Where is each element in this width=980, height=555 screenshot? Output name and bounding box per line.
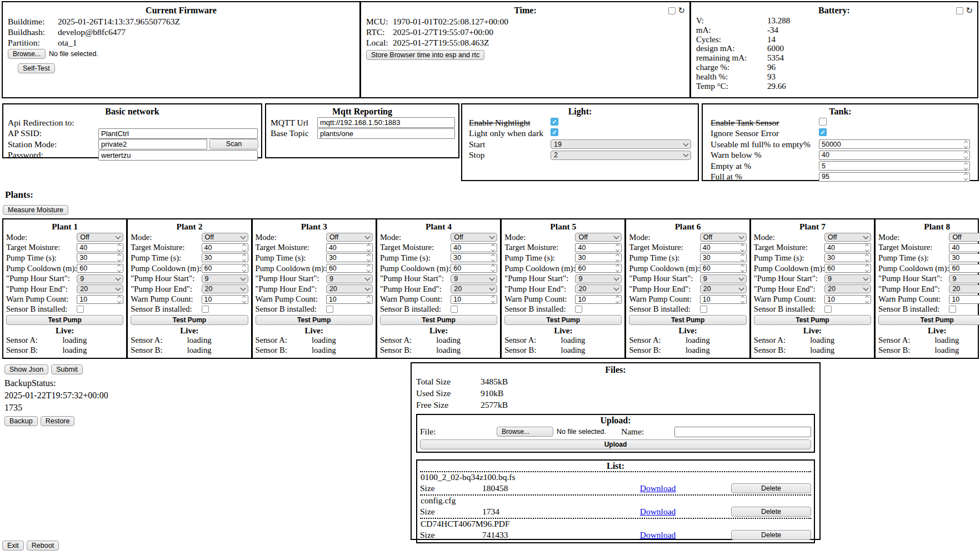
firmware-browse-button[interactable]: Browse... xyxy=(8,49,46,59)
pump-time-input[interactable]: 30 xyxy=(575,253,622,262)
pump-cooldown-input[interactable]: 60 xyxy=(77,264,123,273)
upload-browse-button[interactable]: Browse... xyxy=(497,427,553,437)
full-at-input[interactable]: 95 xyxy=(819,172,970,182)
mode-select[interactable]: Off xyxy=(949,233,980,242)
file-download-link[interactable]: Download xyxy=(640,483,676,493)
mode-select[interactable]: Off xyxy=(451,233,497,242)
store-browser-time-button[interactable]: Store Browser time into esp and rtc xyxy=(366,50,484,60)
test-pump-button[interactable]: Test Pump xyxy=(131,315,248,325)
sensor-b-installed-checkbox[interactable] xyxy=(77,306,84,313)
file-download-link[interactable]: Download xyxy=(640,530,676,539)
sensor-b-installed-checkbox[interactable] xyxy=(824,306,832,313)
warn-pump-count-input[interactable]: 10 xyxy=(575,295,622,304)
test-pump-button[interactable]: Test Pump xyxy=(754,315,871,325)
self-test-button[interactable]: Self-Test xyxy=(18,63,55,73)
mode-select[interactable]: Off xyxy=(700,233,747,242)
mqtt-url-input[interactable] xyxy=(317,117,455,128)
pump-hour-end-select[interactable]: 20 xyxy=(326,284,373,293)
test-pump-button[interactable]: Test Pump xyxy=(380,315,497,325)
ignore-sensor-error-checkbox[interactable] xyxy=(819,128,827,136)
light-only-when-dark-checkbox[interactable] xyxy=(551,128,558,136)
pump-time-input[interactable]: 30 xyxy=(949,253,980,262)
time-auto-checkbox[interactable] xyxy=(668,7,676,14)
light-start-select[interactable]: 19 xyxy=(551,139,691,149)
pump-hour-end-select[interactable]: 20 xyxy=(575,284,622,293)
battery-refresh-icon[interactable]: ↻ xyxy=(966,7,973,14)
target-moisture-input[interactable]: 40 xyxy=(575,243,622,252)
show-json-button[interactable]: Show Json xyxy=(4,364,48,374)
pump-cooldown-input[interactable]: 60 xyxy=(326,264,373,273)
mode-select[interactable]: Off xyxy=(824,233,871,242)
pump-time-input[interactable]: 30 xyxy=(824,253,871,262)
target-moisture-input[interactable]: 40 xyxy=(326,243,373,252)
useable-ml-input[interactable]: 50000 xyxy=(819,139,970,149)
pump-hour-end-select[interactable]: 20 xyxy=(700,284,747,293)
target-moisture-input[interactable]: 40 xyxy=(949,243,980,252)
test-pump-button[interactable]: Test Pump xyxy=(629,315,746,325)
pump-time-input[interactable]: 30 xyxy=(451,253,497,262)
battery-auto-checkbox[interactable] xyxy=(956,7,963,14)
sensor-b-installed-checkbox[interactable] xyxy=(700,306,707,313)
pump-time-input[interactable]: 30 xyxy=(326,253,373,262)
pump-cooldown-input[interactable]: 60 xyxy=(824,264,871,273)
test-pump-button[interactable]: Test Pump xyxy=(6,315,123,325)
pump-time-input[interactable]: 30 xyxy=(202,253,248,262)
pump-cooldown-input[interactable]: 60 xyxy=(202,264,248,273)
sensor-b-installed-checkbox[interactable] xyxy=(326,306,333,313)
target-moisture-input[interactable]: 40 xyxy=(77,243,123,252)
pump-hour-start-select[interactable]: 9 xyxy=(824,274,871,283)
upload-button[interactable]: Upload xyxy=(420,439,811,449)
pump-cooldown-input[interactable]: 60 xyxy=(949,264,980,273)
password-input[interactable] xyxy=(98,150,258,161)
pump-time-input[interactable]: 30 xyxy=(700,253,747,262)
warn-pump-count-input[interactable]: 10 xyxy=(949,295,980,304)
warn-pump-count-input[interactable]: 10 xyxy=(700,295,747,304)
target-moisture-input[interactable]: 40 xyxy=(451,243,497,252)
pump-cooldown-input[interactable]: 60 xyxy=(575,264,622,273)
pump-hour-start-select[interactable]: 9 xyxy=(949,274,980,283)
backup-button[interactable]: Backup xyxy=(4,416,38,426)
pump-hour-end-select[interactable]: 20 xyxy=(202,284,248,293)
measure-moisture-button[interactable]: Measure Moisture xyxy=(3,205,68,215)
pump-hour-end-select[interactable]: 20 xyxy=(824,284,871,293)
warn-below-input[interactable]: 40 xyxy=(819,151,970,160)
scan-button[interactable]: Scan xyxy=(209,139,258,149)
sensor-b-installed-checkbox[interactable] xyxy=(949,306,956,313)
mode-select[interactable]: Off xyxy=(77,233,123,242)
pump-hour-end-select[interactable]: 20 xyxy=(77,284,123,293)
test-pump-button[interactable]: Test Pump xyxy=(878,315,980,325)
sensor-b-installed-checkbox[interactable] xyxy=(202,306,209,313)
enable-nightlight-checkbox[interactable] xyxy=(551,118,558,126)
reboot-button[interactable]: Reboot xyxy=(27,541,59,551)
file-delete-button[interactable]: Delete xyxy=(731,507,811,517)
pump-hour-start-select[interactable]: 9 xyxy=(202,274,248,283)
pump-time-input[interactable]: 30 xyxy=(77,253,123,262)
enable-tank-sensor-checkbox[interactable] xyxy=(819,118,827,126)
pump-hour-start-select[interactable]: 9 xyxy=(451,274,497,283)
warn-pump-count-input[interactable]: 10 xyxy=(202,295,248,304)
pump-cooldown-input[interactable]: 60 xyxy=(451,264,497,273)
station-mode-input[interactable] xyxy=(98,139,207,149)
file-delete-button[interactable]: Delete xyxy=(731,530,811,540)
target-moisture-input[interactable]: 40 xyxy=(700,243,747,252)
time-refresh-icon[interactable]: ↻ xyxy=(678,7,685,14)
target-moisture-input[interactable]: 40 xyxy=(202,243,248,252)
pump-hour-end-select[interactable]: 20 xyxy=(949,284,980,293)
sensor-b-installed-checkbox[interactable] xyxy=(451,306,458,313)
upload-name-input[interactable] xyxy=(674,427,811,437)
mode-select[interactable]: Off xyxy=(575,233,622,242)
pump-hour-start-select[interactable]: 9 xyxy=(700,274,747,283)
file-delete-button[interactable]: Delete xyxy=(731,483,811,493)
warn-pump-count-input[interactable]: 10 xyxy=(451,295,497,304)
restore-button[interactable]: Restore xyxy=(41,416,75,426)
test-pump-button[interactable]: Test Pump xyxy=(256,315,373,325)
pump-hour-start-select[interactable]: 9 xyxy=(77,274,123,283)
empty-at-input[interactable]: 5 xyxy=(819,161,970,171)
pump-cooldown-input[interactable]: 60 xyxy=(700,264,747,273)
pump-hour-start-select[interactable]: 9 xyxy=(326,274,373,283)
ap-ssid-input[interactable] xyxy=(98,128,258,139)
mode-select[interactable]: Off xyxy=(326,233,373,242)
light-stop-select[interactable]: 2 xyxy=(551,151,691,160)
warn-pump-count-input[interactable]: 10 xyxy=(326,295,373,304)
base-topic-input[interactable] xyxy=(317,128,455,139)
